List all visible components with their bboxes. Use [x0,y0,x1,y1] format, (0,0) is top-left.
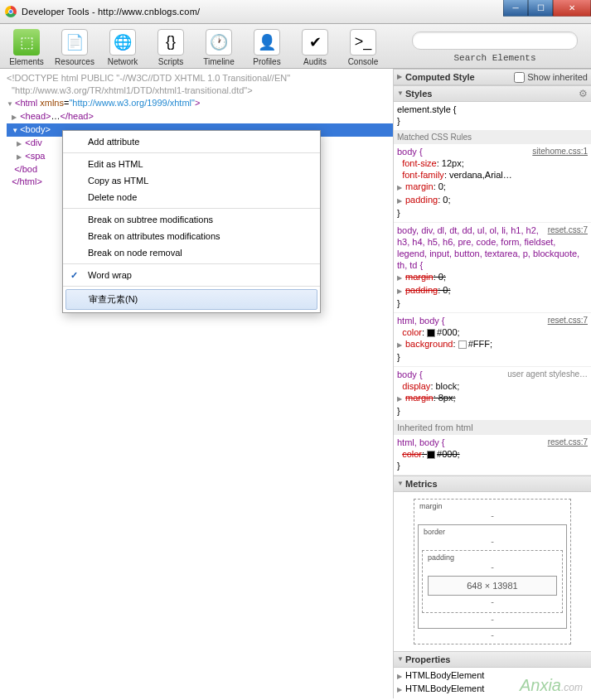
menu-separator [63,208,320,209]
tab-scripts[interactable]: {}Scripts [151,29,191,66]
tab-profiles[interactable]: 👤Profiles [247,29,287,66]
menu-delete-node[interactable]: Delete node [63,189,320,205]
inherited-header: Inherited from html [394,421,591,435]
window-controls: ─ ☐ ✕ [503,0,591,17]
gear-icon[interactable]: ⚙ [579,88,588,99]
properties-header[interactable]: ▼Properties [394,651,591,668]
css-rule[interactable]: reset.css:7 body, div, dl, dt, dd, ul, o… [394,223,591,313]
search-label: Search Elements [453,53,535,63]
css-source-link[interactable]: sitehome.css:1 [532,146,588,157]
menu-inspect-element[interactable]: 审查元素(N) [65,289,317,310]
css-rule[interactable]: sitehome.css:1 body { font-size: 12px; f… [394,144,591,223]
show-inherited-checkbox[interactable] [514,72,525,83]
doctype-line: <!DOCTYPE html PUBLIC "-//W3C//DTD XHTML… [7,72,393,84]
context-menu: Add attribute Edit as HTML Copy as HTML … [62,130,321,313]
menu-separator [63,263,320,264]
watermark: Anxia.com [520,676,583,695]
menu-break-subtree[interactable]: Break on subtree modifications [63,211,320,228]
css-source-link[interactable]: reset.css:7 [548,224,588,236]
css-rule[interactable]: reset.css:7 html, body { color: #000; } [394,435,591,476]
window-titlebar: Developer Tools - http://www.cnblogs.com… [0,0,591,24]
menu-add-attribute[interactable]: Add attribute [63,133,320,150]
tab-timeline[interactable]: 🕐Timeline [199,29,239,66]
minimize-button[interactable]: ─ [503,0,528,17]
styles-header[interactable]: ▼Styles⚙ [394,85,591,102]
html-node[interactable]: ▼<html xmlns="http://www.w3.org/1999/xht… [7,97,393,110]
maximize-button[interactable]: ☐ [528,0,553,17]
tab-console[interactable]: >_Console [343,29,383,66]
tab-resources[interactable]: 📄Resources [55,29,94,66]
menu-edit-html[interactable]: Edit as HTML [63,156,320,172]
computed-style-header[interactable]: ▶Computed StyleShow inherited [394,69,591,85]
css-source-link: user agent styleshe… [507,369,588,380]
element-style-rule[interactable]: element.style { } [394,102,591,131]
box-model[interactable]: margin- border- padding- 648 × 13981 - -… [394,492,591,651]
search-input[interactable] [412,31,578,50]
css-rule[interactable]: reset.css:7 html, body { color: #000; ▶b… [394,313,591,367]
close-button[interactable]: ✕ [553,0,591,17]
chrome-icon [5,6,17,17]
menu-separator [63,286,320,287]
metrics-header[interactable]: ▼Metrics [394,476,591,492]
head-node[interactable]: ▶<head>…</head> [7,110,393,123]
css-source-link[interactable]: reset.css:7 [548,315,588,326]
search-wrap: Search Elements [412,31,578,63]
menu-separator [63,152,320,153]
css-source-link[interactable]: reset.css:7 [548,437,588,448]
tab-network[interactable]: 🌐Network [103,29,143,66]
doctype-line2: "http://www.w3.org/TR/xhtml1/DTD/xhtml1-… [7,84,393,97]
menu-copy-html[interactable]: Copy as HTML [63,172,320,189]
tab-elements[interactable]: ⬚Elements [7,29,46,66]
window-title: Developer Tools - http://www.cnblogs.com… [22,7,200,17]
css-rule[interactable]: user agent styleshe… body { display: blo… [394,367,591,421]
tab-audits[interactable]: ✔Audits [295,29,335,66]
menu-break-attributes[interactable]: Break on attributes modifications [63,228,320,244]
matched-rules-header: Matched CSS Rules [394,131,591,144]
menu-break-removal[interactable]: Break on node removal [63,244,320,261]
styles-sidebar: ▶Computed StyleShow inherited ▼Styles⚙ e… [393,69,591,698]
toolbar: ⬚Elements 📄Resources 🌐Network {}Scripts … [0,24,591,69]
menu-word-wrap[interactable]: Word wrap [63,267,320,283]
